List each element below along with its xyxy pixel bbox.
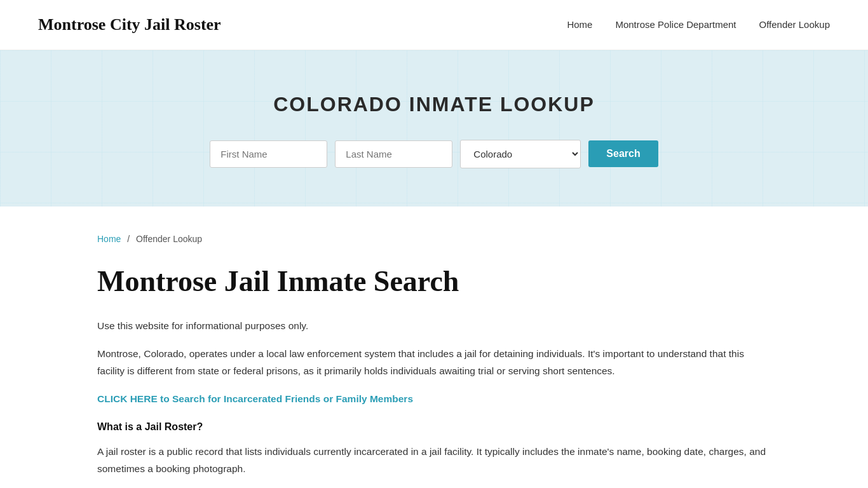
site-title: Montrose City Jail Roster xyxy=(38,11,221,38)
banner-title: COLORADO INMATE LOOKUP xyxy=(13,88,855,121)
state-select[interactable]: ColoradoAlabamaAlaskaArizonaArkansasCali… xyxy=(460,140,581,168)
site-header: Montrose City Jail Roster Home Montrose … xyxy=(0,0,868,50)
description-text: Montrose, Colorado, operates under a loc… xyxy=(97,346,771,379)
breadcrumb-home-link[interactable]: Home xyxy=(97,234,121,244)
nav-offender[interactable]: Offender Lookup xyxy=(759,17,830,32)
search-button[interactable]: Search xyxy=(588,140,658,167)
site-nav: Home Montrose Police Department Offender… xyxy=(567,17,830,32)
breadcrumb-separator: / xyxy=(127,234,130,244)
nav-police[interactable]: Montrose Police Department xyxy=(615,17,736,32)
section1-text: A jail roster is a public record that li… xyxy=(97,444,771,477)
section1-heading: What is a Jail Roster? xyxy=(97,419,771,435)
info-text: Use this website for informational purpo… xyxy=(97,318,771,334)
breadcrumb-current: Offender Lookup xyxy=(136,234,202,244)
cta-link[interactable]: CLICK HERE to Search for Incarcerated Fr… xyxy=(97,391,413,407)
first-name-input[interactable] xyxy=(210,140,327,168)
page-heading: Montrose Jail Inmate Search xyxy=(97,265,771,299)
last-name-input[interactable] xyxy=(335,140,452,168)
main-content: Home / Offender Lookup Montrose Jail Inm… xyxy=(59,207,809,488)
nav-home[interactable]: Home xyxy=(567,17,592,32)
search-banner: COLORADO INMATE LOOKUP ColoradoAlabamaAl… xyxy=(0,50,868,207)
search-form: ColoradoAlabamaAlaskaArizonaArkansasCali… xyxy=(13,140,855,168)
breadcrumb: Home / Offender Lookup xyxy=(97,232,771,246)
